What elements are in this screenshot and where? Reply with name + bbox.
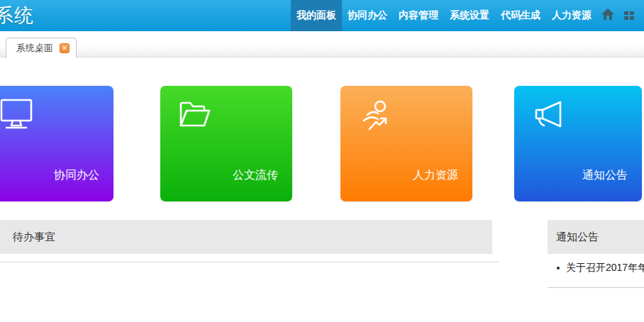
tile-label: 协同办公 <box>54 168 99 183</box>
nav-item-collab-office[interactable]: 协同办公 <box>342 0 393 31</box>
tile-label: 人力资源 <box>413 168 458 183</box>
tile-collab-office[interactable]: 协同办公 <box>0 86 113 201</box>
notice-item-divider <box>548 287 644 288</box>
tile-notices[interactable]: 通知公告 <box>514 86 642 201</box>
nav-item-my-panel[interactable]: 我的面板 <box>291 0 342 31</box>
notice-list-item[interactable]: 关于召开2017年年 <box>548 260 644 277</box>
app-header: 系统 我的面板 协同办公 内容管理 系统设置 代码生成 人力资源 <box>0 0 644 31</box>
person-trend-icon <box>359 99 390 135</box>
dashboard-page: 系统 我的面板 协同办公 内容管理 系统设置 代码生成 人力资源 <box>0 0 644 322</box>
tab-close-icon[interactable] <box>60 43 70 53</box>
nav-item-code-generation[interactable]: 代码生成 <box>495 0 546 31</box>
tile-label: 公文流传 <box>233 168 278 183</box>
grid-icon <box>624 11 634 20</box>
tile-human-resources[interactable]: 人力资源 <box>340 86 472 201</box>
main-nav: 我的面板 协同办公 内容管理 系统设置 代码生成 人力资源 <box>291 0 644 31</box>
nav-item-content-mgmt[interactable]: 内容管理 <box>393 0 444 31</box>
tab-label: 系统桌面 <box>16 42 53 55</box>
nav-item-human-resources[interactable]: 人力资源 <box>546 0 597 31</box>
home-button[interactable] <box>597 0 618 31</box>
todo-panel-header: 待办事宜 <box>0 220 492 254</box>
tile-document-flow[interactable]: 公文流传 <box>160 86 292 201</box>
todo-panel-divider <box>0 262 499 262</box>
bullet-icon <box>557 267 560 270</box>
notice-panel-title: 通知公告 <box>556 231 599 244</box>
nav-item-system-settings[interactable]: 系统设置 <box>444 0 495 31</box>
folder-open-icon <box>179 99 211 134</box>
tab-system-desktop[interactable]: 系统桌面 <box>6 38 77 58</box>
todo-panel-title: 待办事宜 <box>13 231 55 244</box>
layout-button[interactable] <box>618 0 640 31</box>
notice-panel-header: 通知公告 <box>548 220 644 254</box>
tab-bar: 系统桌面 <box>0 31 644 57</box>
tile-label: 通知公告 <box>582 168 628 183</box>
home-icon <box>601 9 614 23</box>
app-logo: 系统 <box>0 3 34 28</box>
megaphone-icon <box>533 99 565 133</box>
monitor-icon <box>0 99 33 133</box>
notice-item-text: 关于召开2017年年 <box>566 262 644 274</box>
